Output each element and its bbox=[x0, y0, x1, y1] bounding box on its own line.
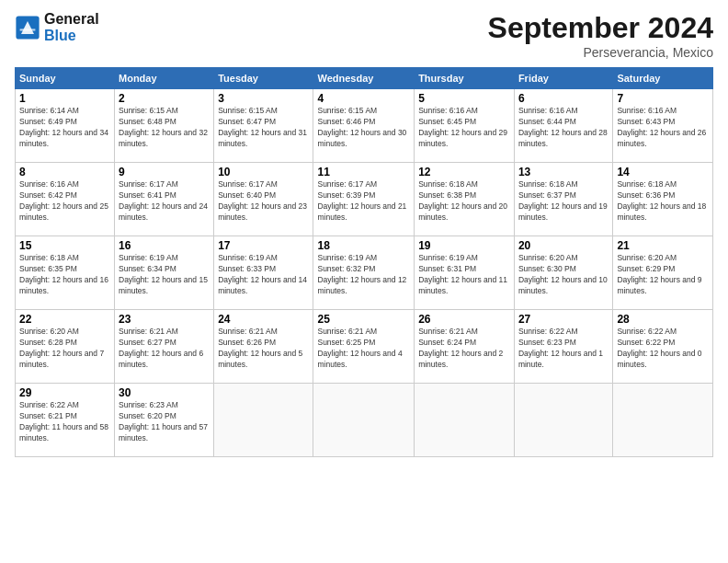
day-info: Sunrise: 6:18 AM Sunset: 6:37 PM Dayligh… bbox=[518, 179, 609, 224]
day-number: 16 bbox=[119, 239, 210, 252]
calendar-day-cell: 25 Sunrise: 6:21 AM Sunset: 6:25 PM Dayl… bbox=[313, 310, 415, 384]
day-info: Sunrise: 6:16 AM Sunset: 6:44 PM Dayligh… bbox=[518, 106, 609, 150]
day-number: 1 bbox=[19, 92, 110, 105]
day-info: Sunrise: 6:15 AM Sunset: 6:47 PM Dayligh… bbox=[218, 106, 309, 150]
day-info: Sunrise: 6:17 AM Sunset: 6:39 PM Dayligh… bbox=[317, 179, 410, 224]
weekday-header: Tuesday bbox=[214, 68, 313, 89]
calendar-day-cell: 6 Sunrise: 6:16 AM Sunset: 6:44 PM Dayli… bbox=[514, 89, 612, 163]
calendar-week-row: 15 Sunrise: 6:18 AM Sunset: 6:35 PM Dayl… bbox=[16, 236, 713, 310]
day-number: 27 bbox=[518, 313, 609, 326]
calendar-day-cell: 21 Sunrise: 6:20 AM Sunset: 6:29 PM Dayl… bbox=[613, 236, 713, 310]
calendar-day-cell: 29 Sunrise: 6:22 AM Sunset: 6:21 PM Dayl… bbox=[16, 384, 115, 457]
calendar-day-cell bbox=[613, 384, 713, 457]
day-number: 24 bbox=[218, 313, 309, 326]
day-number: 29 bbox=[19, 386, 110, 399]
day-number: 7 bbox=[617, 92, 709, 105]
calendar-day-cell: 14 Sunrise: 6:18 AM Sunset: 6:36 PM Dayl… bbox=[613, 163, 713, 236]
day-info: Sunrise: 6:20 AM Sunset: 6:30 PM Dayligh… bbox=[518, 253, 609, 297]
day-info: Sunrise: 6:16 AM Sunset: 6:42 PM Dayligh… bbox=[19, 179, 110, 224]
calendar-page: General Blue September 2024 Perseveranci… bbox=[0, 0, 728, 563]
calendar-day-cell: 30 Sunrise: 6:23 AM Sunset: 6:20 PM Dayl… bbox=[115, 384, 214, 457]
day-info: Sunrise: 6:21 AM Sunset: 6:26 PM Dayligh… bbox=[218, 327, 309, 371]
day-info: Sunrise: 6:18 AM Sunset: 6:36 PM Dayligh… bbox=[617, 179, 709, 224]
calendar-table: SundayMondayTuesdayWednesdayThursdayFrid… bbox=[15, 67, 713, 457]
calendar-day-cell bbox=[415, 384, 515, 457]
day-number: 17 bbox=[218, 239, 309, 252]
day-number: 13 bbox=[518, 166, 609, 178]
day-info: Sunrise: 6:23 AM Sunset: 6:20 PM Dayligh… bbox=[119, 400, 210, 444]
day-info: Sunrise: 6:18 AM Sunset: 6:35 PM Dayligh… bbox=[19, 253, 110, 297]
day-number: 14 bbox=[617, 166, 709, 178]
calendar-day-cell: 28 Sunrise: 6:22 AM Sunset: 6:22 PM Dayl… bbox=[613, 310, 713, 384]
calendar-day-cell bbox=[514, 384, 612, 457]
calendar-day-cell: 15 Sunrise: 6:18 AM Sunset: 6:35 PM Dayl… bbox=[16, 236, 115, 310]
day-info: Sunrise: 6:20 AM Sunset: 6:29 PM Dayligh… bbox=[617, 253, 709, 297]
calendar-day-cell: 7 Sunrise: 6:16 AM Sunset: 6:43 PM Dayli… bbox=[613, 89, 713, 163]
day-number: 9 bbox=[119, 166, 210, 178]
calendar-day-cell: 11 Sunrise: 6:17 AM Sunset: 6:39 PM Dayl… bbox=[313, 163, 415, 236]
day-number: 2 bbox=[119, 92, 210, 105]
calendar-day-cell: 3 Sunrise: 6:15 AM Sunset: 6:47 PM Dayli… bbox=[214, 89, 313, 163]
day-number: 3 bbox=[218, 92, 309, 105]
calendar-day-cell: 9 Sunrise: 6:17 AM Sunset: 6:41 PM Dayli… bbox=[115, 163, 214, 236]
calendar-week-row: 8 Sunrise: 6:16 AM Sunset: 6:42 PM Dayli… bbox=[16, 163, 713, 236]
calendar-day-cell: 17 Sunrise: 6:19 AM Sunset: 6:33 PM Dayl… bbox=[214, 236, 313, 310]
weekday-header: Thursday bbox=[415, 68, 515, 89]
calendar-day-cell: 12 Sunrise: 6:18 AM Sunset: 6:38 PM Dayl… bbox=[415, 163, 515, 236]
day-number: 8 bbox=[19, 166, 110, 178]
day-number: 23 bbox=[119, 313, 210, 326]
weekday-header: Sunday bbox=[16, 68, 115, 89]
calendar-week-row: 22 Sunrise: 6:20 AM Sunset: 6:28 PM Dayl… bbox=[16, 310, 713, 384]
day-number: 28 bbox=[617, 313, 709, 326]
calendar-day-cell: 1 Sunrise: 6:14 AM Sunset: 6:49 PM Dayli… bbox=[16, 89, 115, 163]
day-info: Sunrise: 6:15 AM Sunset: 6:46 PM Dayligh… bbox=[317, 106, 410, 150]
day-info: Sunrise: 6:15 AM Sunset: 6:48 PM Dayligh… bbox=[119, 106, 210, 150]
day-number: 15 bbox=[19, 239, 110, 252]
day-number: 12 bbox=[418, 166, 510, 178]
day-info: Sunrise: 6:17 AM Sunset: 6:40 PM Dayligh… bbox=[218, 179, 309, 224]
weekday-header: Friday bbox=[514, 68, 612, 89]
logo-icon bbox=[15, 15, 40, 40]
calendar-day-cell: 10 Sunrise: 6:17 AM Sunset: 6:40 PM Dayl… bbox=[214, 163, 313, 236]
day-number: 4 bbox=[317, 92, 410, 105]
day-info: Sunrise: 6:21 AM Sunset: 6:25 PM Dayligh… bbox=[317, 327, 410, 371]
calendar-day-cell: 24 Sunrise: 6:21 AM Sunset: 6:26 PM Dayl… bbox=[214, 310, 313, 384]
day-number: 6 bbox=[518, 92, 609, 105]
day-info: Sunrise: 6:22 AM Sunset: 6:21 PM Dayligh… bbox=[19, 400, 110, 444]
day-number: 21 bbox=[617, 239, 709, 252]
day-info: Sunrise: 6:22 AM Sunset: 6:22 PM Dayligh… bbox=[617, 327, 709, 371]
calendar-day-cell: 19 Sunrise: 6:19 AM Sunset: 6:31 PM Dayl… bbox=[415, 236, 515, 310]
day-info: Sunrise: 6:18 AM Sunset: 6:38 PM Dayligh… bbox=[418, 179, 510, 224]
weekday-header-row: SundayMondayTuesdayWednesdayThursdayFrid… bbox=[16, 68, 713, 89]
day-number: 11 bbox=[317, 166, 410, 178]
day-info: Sunrise: 6:22 AM Sunset: 6:23 PM Dayligh… bbox=[518, 327, 609, 371]
calendar-day-cell: 4 Sunrise: 6:15 AM Sunset: 6:46 PM Dayli… bbox=[313, 89, 415, 163]
calendar-day-cell: 22 Sunrise: 6:20 AM Sunset: 6:28 PM Dayl… bbox=[16, 310, 115, 384]
day-number: 19 bbox=[418, 239, 510, 252]
day-info: Sunrise: 6:19 AM Sunset: 6:32 PM Dayligh… bbox=[317, 253, 410, 297]
day-info: Sunrise: 6:17 AM Sunset: 6:41 PM Dayligh… bbox=[119, 179, 210, 224]
calendar-day-cell bbox=[214, 384, 313, 457]
calendar-day-cell: 20 Sunrise: 6:20 AM Sunset: 6:30 PM Dayl… bbox=[514, 236, 612, 310]
day-number: 22 bbox=[19, 313, 110, 326]
calendar-day-cell: 26 Sunrise: 6:21 AM Sunset: 6:24 PM Dayl… bbox=[415, 310, 515, 384]
day-number: 30 bbox=[119, 386, 210, 399]
day-number: 5 bbox=[418, 92, 510, 105]
day-info: Sunrise: 6:21 AM Sunset: 6:27 PM Dayligh… bbox=[119, 327, 210, 371]
day-info: Sunrise: 6:16 AM Sunset: 6:43 PM Dayligh… bbox=[617, 106, 709, 150]
page-header: General Blue September 2024 Perseveranci… bbox=[15, 11, 713, 60]
calendar-day-cell: 8 Sunrise: 6:16 AM Sunset: 6:42 PM Dayli… bbox=[16, 163, 115, 236]
day-info: Sunrise: 6:21 AM Sunset: 6:24 PM Dayligh… bbox=[418, 327, 510, 371]
day-info: Sunrise: 6:16 AM Sunset: 6:45 PM Dayligh… bbox=[418, 106, 510, 150]
weekday-header: Saturday bbox=[613, 68, 713, 89]
calendar-day-cell: 18 Sunrise: 6:19 AM Sunset: 6:32 PM Dayl… bbox=[313, 236, 415, 310]
calendar-day-cell bbox=[313, 384, 415, 457]
day-number: 20 bbox=[518, 239, 609, 252]
day-info: Sunrise: 6:19 AM Sunset: 6:34 PM Dayligh… bbox=[119, 253, 210, 297]
calendar-day-cell: 2 Sunrise: 6:15 AM Sunset: 6:48 PM Dayli… bbox=[115, 89, 214, 163]
day-info: Sunrise: 6:20 AM Sunset: 6:28 PM Dayligh… bbox=[19, 327, 110, 371]
day-info: Sunrise: 6:19 AM Sunset: 6:31 PM Dayligh… bbox=[418, 253, 510, 297]
day-number: 10 bbox=[218, 166, 309, 178]
calendar-week-row: 29 Sunrise: 6:22 AM Sunset: 6:21 PM Dayl… bbox=[16, 384, 713, 457]
svg-rect-2 bbox=[20, 29, 36, 30]
